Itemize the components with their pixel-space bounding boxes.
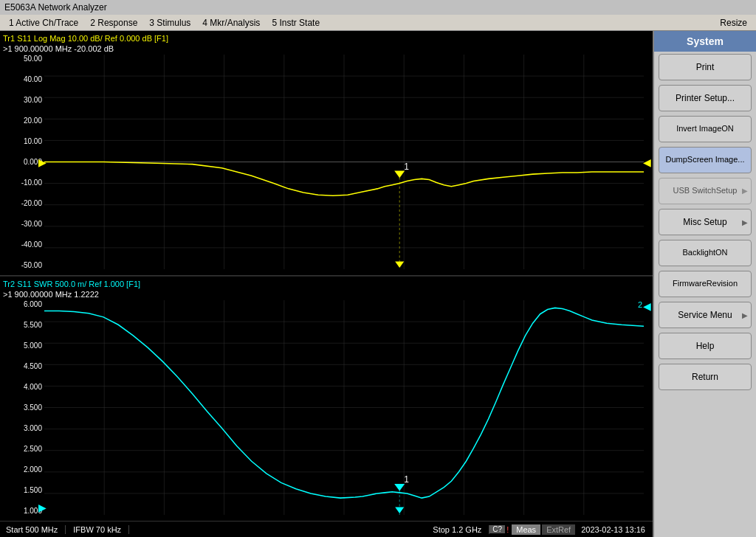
svg-marker-40 [395, 484, 404, 490]
y-bot-8: 2.000 [1, 465, 42, 474]
y-bot-4: 4.000 [1, 383, 42, 391]
printer-setup-button[interactable]: Printer Setup... [659, 85, 752, 111]
y-bot-6: 3.000 [1, 424, 42, 432]
y-bot-7: 2.500 [1, 445, 42, 453]
y-top-10: -50.00 [1, 261, 42, 269]
help-button[interactable]: Help [659, 333, 752, 359]
trace-bottom-header: Tr2 S11 SWR 500.0 m/ Ref 1.000 [F1] [3, 280, 140, 288]
trace-top: Tr1 S11 Log Mag 10.00 dB/ Ref 0.000 dB [… [0, 31, 653, 276]
svg-marker-43 [395, 507, 404, 513]
menu-bar: 1 Active Ch/Trace 2 Response 3 Stimulus … [0, 15, 756, 31]
status-stop: Stop 1.2 GHz [425, 525, 489, 534]
menu-response[interactable]: 2 Response [84, 16, 143, 30]
warning-icon: ! [506, 525, 509, 534]
svg-marker-18 [395, 171, 404, 177]
y-bot-9: 1.500 [1, 486, 42, 494]
svg-text:1: 1 [404, 162, 409, 172]
y-bot-10: 1.000 [1, 507, 42, 515]
y-axis-top: 50.00 40.00 30.00 20.00 10.00 0.000 -10.… [0, 55, 43, 269]
ref-marker-right-bottom: ◀ [643, 300, 651, 312]
trace-top-header: Tr1 S11 Log Mag 10.00 dB/ Ref 0.000 dB [… [3, 34, 168, 43]
datetime: 2023-02-13 13:16 [577, 525, 650, 534]
usb-switch-button[interactable]: USB Switch Setup ▶ [659, 178, 752, 204]
misc-setup-button[interactable]: Misc Setup ▶ [659, 209, 752, 235]
y-top-6: -10.00 [1, 179, 42, 187]
y-axis-bottom: 6.000 5.500 5.000 4.500 4.000 3.500 3.00… [0, 300, 43, 515]
y-bot-0: 6.000 [1, 300, 42, 308]
sidebar: System Print Printer Setup... Invert Ima… [653, 31, 756, 537]
service-menu-arrow: ▶ [742, 311, 748, 319]
y-top-0: 50.00 [1, 55, 42, 63]
main-container: Tr1 S11 Log Mag 10.00 dB/ Ref 0.000 dB [… [0, 31, 756, 537]
status-bar: Start 500 MHz IFBW 70 kHz Stop 1.2 GHz C… [0, 521, 653, 537]
y-bot-5: 3.500 [1, 403, 42, 412]
print-button[interactable]: Print [659, 54, 752, 80]
ref-marker-right-top: ◀ [643, 156, 651, 168]
backlight-button[interactable]: Backlight ON [659, 240, 752, 266]
invert-image-button[interactable]: Invert Image ON [659, 116, 752, 142]
firmware-revision-button[interactable]: Firmware Revision [659, 271, 752, 297]
y-bot-2: 5.000 [1, 342, 42, 350]
dump-screen-button[interactable]: Dump Screen Image... [659, 147, 752, 173]
y-top-2: 30.00 [1, 96, 42, 104]
y-top-5: 0.000 [1, 158, 42, 166]
status-start: Start 500 MHz [3, 525, 66, 534]
svg-marker-21 [395, 262, 404, 268]
y-top-1: 40.00 [1, 75, 42, 83]
chart-svg-bottom: 1 [44, 300, 644, 515]
menu-mkr-analysis[interactable]: 4 Mkr/Analysis [196, 16, 266, 30]
y-top-7: -20.00 [1, 199, 42, 207]
trace-bottom-marker-line: >1 900.00000 MHz 1.2222 [3, 290, 99, 299]
ext-ref-button[interactable]: ExtRef [542, 524, 575, 535]
y-top-9: -40.00 [1, 240, 42, 249]
service-menu-button[interactable]: Service Menu ▶ [659, 302, 752, 328]
chart-svg-top: 1 [44, 55, 644, 269]
chart-area: Tr1 S11 Log Mag 10.00 dB/ Ref 0.000 dB [… [0, 31, 653, 537]
question-mark: C? [489, 525, 505, 533]
resize-button[interactable]: Resize [714, 16, 753, 30]
menu-active-ch-trace[interactable]: 1 Active Ch/Trace [3, 16, 84, 30]
title-label: E5063A Network Analyzer [4, 2, 107, 13]
y-bot-1: 5.500 [1, 321, 42, 329]
misc-setup-arrow: ▶ [742, 218, 748, 226]
trace-top-marker-line: >1 900.00000 MHz -20.002 dB [3, 44, 114, 53]
usb-switch-arrow: ▶ [742, 187, 748, 195]
y-top-4: 10.00 [1, 137, 42, 145]
y-top-3: 20.00 [1, 117, 42, 125]
title-bar: E5063A Network Analyzer [0, 0, 756, 15]
meas-button[interactable]: Meas [512, 524, 540, 535]
menu-instr-state[interactable]: 5 Instr State [266, 16, 326, 30]
trace-bottom: Tr2 S11 SWR 500.0 m/ Ref 1.000 [F1] >1 9… [0, 276, 653, 521]
y-bot-3: 4.500 [1, 362, 42, 370]
y-top-8: -30.00 [1, 220, 42, 228]
sidebar-title: System [654, 31, 756, 52]
return-button[interactable]: Return [659, 364, 752, 390]
status-ifbw: IFBW 70 kHz [66, 525, 129, 534]
menu-stimulus[interactable]: 3 Stimulus [143, 16, 196, 30]
svg-text:1: 1 [404, 474, 409, 485]
